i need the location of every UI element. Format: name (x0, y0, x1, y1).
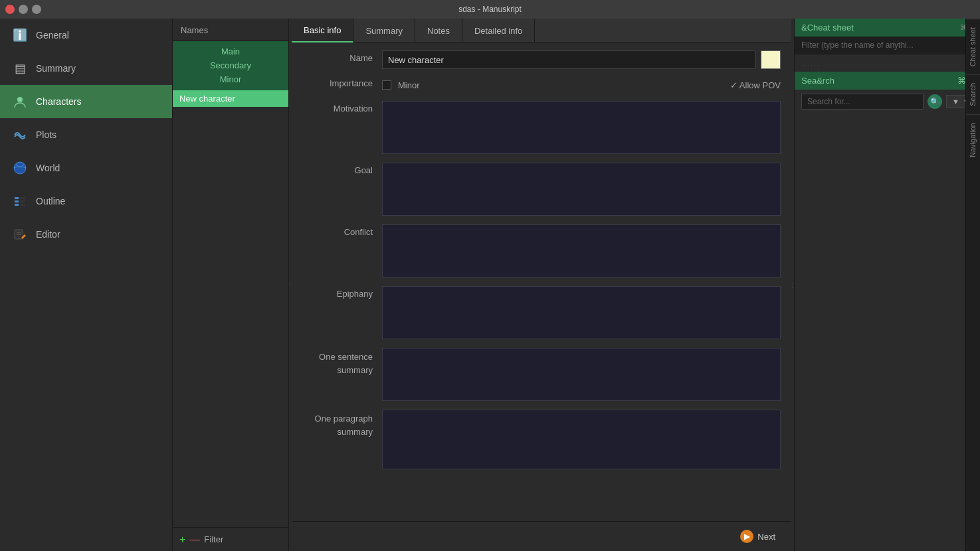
search-input[interactable] (801, 94, 924, 110)
sidebar-label-summary: Summary (36, 63, 76, 74)
svg-point-0 (17, 97, 23, 102)
names-footer: + — Filter (173, 527, 288, 551)
one-sentence-summary-textarea[interactable] (382, 348, 781, 401)
world-icon (11, 159, 29, 177)
main-content: Basic info Summary Notes Detailed info N… (292, 19, 791, 551)
cheat-sheet-title: &Cheat sheet (801, 23, 854, 33)
search-header: Sea&rch ⌘✕ (795, 72, 980, 90)
form-footer: ▶ Next (292, 521, 791, 551)
allow-pov-control[interactable]: ✓ Allow POV (730, 80, 781, 90)
remove-character-button[interactable]: — (189, 534, 200, 545)
name-input[interactable] (382, 50, 755, 69)
name-control (382, 50, 781, 69)
plots-icon (11, 125, 29, 144)
name-group-main-secondary-minor: Main Secondary Minor (173, 41, 288, 90)
sidebar-label-plots: Plots (36, 129, 56, 140)
conflict-control (382, 224, 781, 279)
side-tab-navigation[interactable]: Navigation (966, 114, 980, 165)
sidebar-item-world[interactable]: World (0, 151, 172, 185)
sidebar-item-general[interactable]: ℹ️ General (0, 19, 172, 52)
tab-summary[interactable]: Summary (353, 19, 415, 42)
sidebar: ℹ️ General ▤ Summary Characters (0, 19, 173, 551)
close-button[interactable] (5, 5, 15, 14)
names-list: Main Secondary Minor New character (173, 41, 288, 527)
importance-checkbox[interactable] (382, 80, 391, 90)
add-character-button[interactable]: + (179, 534, 185, 545)
tab-detailed-info[interactable]: Detailed info (462, 19, 535, 42)
next-label: Next (757, 532, 775, 542)
sidebar-item-characters[interactable]: Characters (0, 85, 172, 118)
one-paragraph-summary-control (382, 410, 781, 471)
minimize-button[interactable] (19, 5, 28, 14)
motivation-label: Motivation (302, 101, 382, 114)
sidebar-label-editor: Editor (36, 229, 60, 240)
characters-icon (11, 92, 29, 111)
goal-row: Goal (302, 163, 781, 218)
one-sentence-summary-control (382, 348, 781, 403)
sidebar-item-summary[interactable]: ▤ Summary (0, 52, 172, 85)
side-tab-cheat-sheet[interactable]: Cheat sheet (966, 19, 980, 74)
goal-control (382, 163, 781, 218)
right-panel: &Cheat sheet ⌘✕ ...... Sea&rch ⌘✕ 🔍 ▼ (794, 19, 980, 551)
one-paragraph-summary-label: One paragraph summary (302, 410, 382, 438)
cheat-sheet-header: &Cheat sheet ⌘✕ (795, 19, 980, 37)
conflict-textarea[interactable] (382, 224, 781, 277)
search-button[interactable]: 🔍 (928, 94, 942, 109)
conflict-row: Conflict (302, 224, 781, 279)
name-item-new-character[interactable]: New character (173, 90, 288, 107)
tab-basic-info[interactable]: Basic info (292, 19, 353, 42)
outline-icon (11, 192, 29, 210)
maximize-button[interactable] (32, 5, 41, 14)
svg-rect-3 (15, 200, 19, 202)
goal-label: Goal (302, 163, 382, 175)
filter-label: Filter (204, 534, 223, 544)
sidebar-label-characters: Characters (36, 96, 81, 107)
one-paragraph-summary-row: One paragraph summary (302, 410, 781, 471)
one-paragraph-summary-textarea[interactable] (382, 410, 781, 469)
epiphany-control (382, 286, 781, 341)
svg-rect-7 (20, 204, 25, 206)
goal-textarea[interactable] (382, 163, 781, 216)
side-tabs: Cheat sheet Search Navigation (965, 19, 980, 551)
importance-minor-label: Minor (398, 80, 420, 90)
search-title: Sea&rch (801, 76, 834, 86)
sidebar-item-outline[interactable]: Outline (0, 185, 172, 218)
importance-row: Importance Minor ✓ Allow POV (302, 76, 781, 94)
editor-icon (11, 225, 29, 244)
cheat-sheet-filter-input[interactable] (795, 37, 980, 54)
svg-point-1 (14, 162, 26, 174)
summary-icon: ▤ (11, 59, 29, 78)
search-section: ...... Sea&rch ⌘✕ 🔍 ▼ (795, 58, 980, 114)
epiphany-textarea[interactable] (382, 286, 781, 339)
sidebar-item-plots[interactable]: Plots (0, 118, 172, 151)
one-sentence-summary-row: One sentence summary (302, 348, 781, 403)
importance-control: Minor ✓ Allow POV (382, 76, 781, 94)
svg-rect-6 (20, 200, 25, 202)
window-controls (5, 5, 41, 14)
sidebar-label-outline: Outline (36, 196, 65, 206)
color-swatch[interactable] (761, 50, 781, 69)
info-icon: ℹ️ (11, 26, 29, 44)
sidebar-label-general: General (36, 30, 69, 40)
sidebar-item-editor[interactable]: Editor (0, 218, 172, 251)
next-button[interactable]: ▶ Next (735, 527, 781, 546)
side-tab-search[interactable]: Search (966, 74, 980, 114)
names-header: Names (173, 19, 288, 41)
names-panel: Names Main Secondary Minor New character… (173, 19, 289, 551)
motivation-textarea[interactable] (382, 101, 781, 154)
tab-notes[interactable]: Notes (415, 19, 462, 42)
sidebar-label-world: World (36, 163, 60, 173)
motivation-row: Motivation (302, 101, 781, 156)
window-title: sdas - Manuskript (458, 5, 522, 14)
name-label: Name (302, 50, 382, 63)
cheat-sheet-section: &Cheat sheet ⌘✕ (795, 19, 980, 55)
importance-label: Importance (302, 76, 382, 88)
epiphany-row: Epiphany (302, 286, 781, 341)
titlebar: sdas - Manuskript (0, 0, 980, 19)
allow-pov-label: ✓ Allow POV (730, 80, 781, 90)
epiphany-label: Epiphany (302, 286, 382, 299)
next-icon: ▶ (740, 530, 753, 543)
name-row: Name (302, 50, 781, 69)
conflict-label: Conflict (302, 224, 382, 237)
svg-rect-4 (15, 204, 19, 206)
